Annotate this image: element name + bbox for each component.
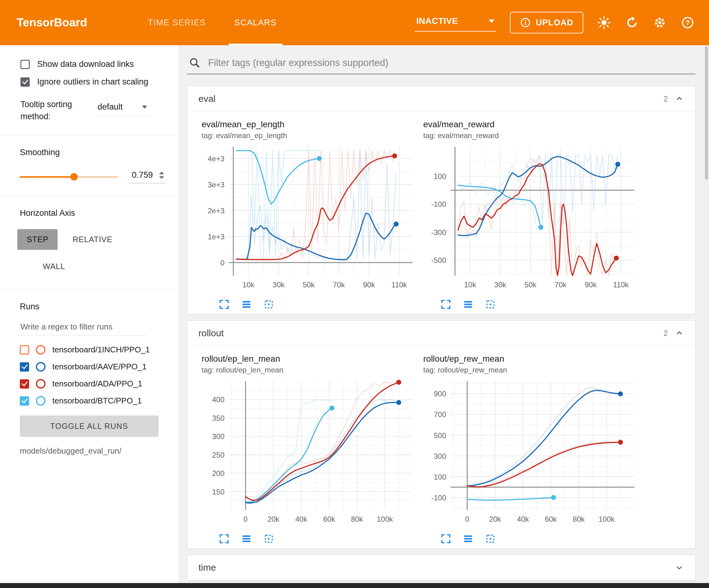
smoothing-slider[interactable] — [20, 176, 118, 178]
chart-toolbar — [219, 299, 415, 310]
svg-text:1e+3: 1e+3 — [208, 233, 225, 241]
line-chart[interactable]: 10k30k50k70k90k110k100-100-300-500 — [423, 143, 636, 297]
fit-domain-icon[interactable] — [485, 534, 496, 544]
axis-buttons: STEP RELATIVE — [17, 229, 179, 250]
main-tabs: TIME SERIES SCALARS — [134, 0, 291, 45]
svg-text:110k: 110k — [613, 281, 629, 289]
ignore-outliers-row[interactable]: Ignore outliers in chart scaling — [21, 77, 176, 87]
status-dropdown-value: INACTIVE — [416, 16, 458, 26]
section-header-eval[interactable]: eval 2 — [187, 86, 695, 111]
fit-domain-icon[interactable] — [263, 299, 274, 310]
chart-title: eval/mean_ep_length — [202, 120, 415, 129]
show-download-links-row[interactable]: Show data download links — [21, 59, 176, 69]
fullscreen-icon[interactable] — [441, 299, 451, 310]
ignore-outliers-checkbox[interactable] — [21, 77, 30, 87]
stepper-up-icon[interactable] — [159, 172, 164, 174]
show-download-links-label: Show data download links — [37, 59, 134, 69]
svg-text:300: 300 — [434, 452, 446, 460]
runs-filter-input[interactable] — [20, 321, 148, 336]
run-row[interactable]: tensorboard/1INCH/PPO_1 — [20, 345, 179, 355]
section-header-rollout[interactable]: rollout 2 — [187, 321, 695, 346]
axis-wall-button[interactable]: WALL — [33, 256, 74, 277]
run-row[interactable]: tensorboard/AAVE/PPO_1 — [20, 362, 179, 372]
svg-text:-100: -100 — [431, 493, 446, 502]
fit-domain-icon[interactable] — [263, 534, 274, 544]
section-header-time[interactable]: time — [187, 555, 695, 580]
upload-label: UPLOAD — [536, 18, 573, 28]
run-checkbox[interactable] — [20, 379, 29, 389]
svg-text:90k: 90k — [584, 281, 597, 289]
chart-toolbar — [441, 534, 636, 544]
smoothing-row: 0.759 — [20, 170, 167, 183]
chevron-up-icon[interactable] — [675, 329, 684, 338]
axis-step-button[interactable]: STEP — [17, 229, 58, 250]
filter-tags-bar — [187, 56, 695, 74]
settings-icon[interactable] — [653, 16, 667, 30]
svg-text:110k: 110k — [391, 281, 407, 289]
tooltip-sorting-dropdown[interactable]: default — [96, 101, 150, 116]
tab-time-series[interactable]: TIME SERIES — [134, 0, 220, 45]
data-table-icon[interactable] — [463, 534, 473, 544]
status-dropdown[interactable]: INACTIVE — [415, 14, 496, 32]
tab-scalars[interactable]: SCALARS — [220, 0, 291, 45]
top-bar: TensorBoard TIME SERIES SCALARS INACTIVE… — [0, 0, 709, 45]
help-icon[interactable]: ? — [681, 16, 695, 30]
data-table-icon[interactable] — [241, 299, 252, 310]
chart-toolbar — [441, 299, 636, 310]
smoothing-value-field[interactable]: 0.759 — [129, 170, 165, 183]
run-label: tensorboard/ADA/PPO_1 — [52, 379, 142, 389]
filter-tags-input[interactable] — [207, 57, 694, 69]
svg-text:50k: 50k — [524, 281, 537, 289]
smoothing-value: 0.759 — [132, 170, 153, 180]
ignore-outliers-label: Ignore outliers in chart scaling — [37, 77, 148, 87]
fit-domain-icon[interactable] — [485, 299, 496, 310]
header-actions: INACTIVE UPLOAD — [415, 12, 709, 33]
run-row[interactable]: tensorboard/BTC/PPO_1 — [20, 396, 179, 406]
toggle-all-runs-button[interactable]: TOGGLE ALL RUNS — [20, 415, 159, 437]
data-table-icon[interactable] — [241, 534, 252, 544]
refresh-icon[interactable] — [625, 16, 639, 30]
run-checkbox[interactable] — [20, 345, 29, 355]
line-chart[interactable]: 020k40k60k80k100k-100100300500700900 — [423, 377, 636, 532]
chevron-up-icon[interactable] — [675, 94, 684, 103]
value-stepper[interactable] — [158, 172, 164, 179]
scrollbar[interactable] — [704, 45, 709, 583]
svg-text:80k: 80k — [351, 515, 364, 523]
line-chart[interactable]: 020k40k60k80k100k150200250300350400 — [201, 377, 415, 532]
data-table-icon[interactable] — [463, 299, 473, 310]
smoothing-label: Smoothing — [20, 148, 179, 157]
scrollbar-thumb[interactable] — [705, 47, 708, 180]
chart-card: rollout/ep_len_meantag: rollout/ep_len_m… — [201, 353, 415, 546]
chevron-down-icon — [489, 20, 494, 23]
run-row[interactable]: tensorboard/ADA/PPO_1 — [20, 379, 179, 389]
run-checkbox[interactable] — [20, 362, 29, 372]
stepper-down-icon[interactable] — [159, 176, 164, 179]
svg-text:150: 150 — [212, 488, 225, 496]
svg-text:60k: 60k — [545, 515, 557, 523]
line-chart[interactable]: 10k30k50k70k90k110k01e+32e+33e+34e+3 — [201, 143, 415, 297]
svg-text:80k: 80k — [573, 515, 585, 523]
svg-text:10k: 10k — [464, 281, 476, 289]
svg-text:100: 100 — [434, 473, 446, 481]
fullscreen-icon[interactable] — [441, 534, 451, 544]
chevron-down-icon[interactable] — [675, 563, 684, 572]
svg-text:40k: 40k — [295, 515, 308, 523]
section-card-rollout: rollout 2 rollout/ep_len_meantag: rollou… — [187, 321, 695, 549]
chart-title: eval/mean_reward — [423, 120, 636, 129]
divider — [0, 289, 179, 289]
svg-text:10k: 10k — [242, 281, 255, 289]
upload-button[interactable]: UPLOAD — [510, 12, 583, 33]
show-download-links-checkbox[interactable] — [21, 60, 30, 69]
fullscreen-icon[interactable] — [219, 299, 230, 310]
slider-thumb[interactable] — [70, 173, 78, 180]
chart-tag: tag: eval/mean_reward — [423, 131, 636, 140]
axis-relative-button[interactable]: RELATIVE — [63, 229, 122, 250]
fullscreen-icon[interactable] — [219, 534, 230, 544]
section-count: 2 — [663, 329, 668, 338]
svg-text:-300: -300 — [431, 228, 446, 236]
brightness-icon[interactable] — [597, 16, 611, 30]
run-checkbox[interactable] — [20, 397, 29, 406]
svg-text:60k: 60k — [323, 515, 336, 523]
svg-text:-500: -500 — [431, 256, 446, 264]
svg-text:20k: 20k — [267, 515, 280, 523]
